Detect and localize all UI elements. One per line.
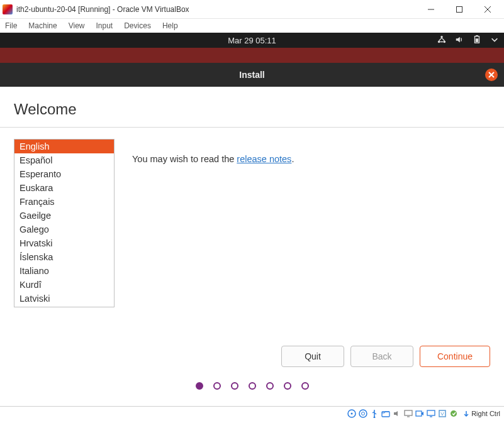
clock-label[interactable]: Mar 29 05:11 bbox=[228, 36, 276, 45]
status-hdd-icon[interactable] bbox=[347, 409, 356, 418]
status-usb-icon[interactable] bbox=[369, 409, 379, 418]
installer-close-button[interactable] bbox=[485, 69, 498, 81]
menu-devices[interactable]: Devices bbox=[124, 21, 151, 30]
status-vboxguestadditions-icon[interactable]: V bbox=[437, 409, 447, 418]
svg-point-15 bbox=[361, 412, 364, 415]
menu-view[interactable]: View bbox=[69, 21, 85, 30]
progress-dot bbox=[249, 382, 256, 390]
svg-point-5 bbox=[438, 40, 440, 43]
language-item[interactable]: English bbox=[14, 140, 114, 153]
vbox-window-title: ith2-ubuntu-20-04 [Running] - Oracle VM … bbox=[16, 5, 417, 14]
language-item[interactable]: Français bbox=[14, 195, 114, 209]
status-audio-icon[interactable] bbox=[392, 409, 401, 418]
svg-point-4 bbox=[440, 35, 443, 38]
progress-dot bbox=[196, 382, 203, 390]
system-indicators[interactable] bbox=[437, 35, 499, 46]
status-shared-folders-icon[interactable] bbox=[381, 409, 390, 418]
hostkey-indicator[interactable]: Right Ctrl bbox=[462, 410, 500, 417]
volume-icon[interactable] bbox=[455, 35, 464, 46]
progress-dot bbox=[213, 382, 221, 390]
svg-point-25 bbox=[451, 410, 457, 417]
status-optical-icon[interactable] bbox=[358, 409, 367, 418]
window-maximize-button[interactable] bbox=[445, 1, 473, 18]
status-mouse-integration-icon[interactable] bbox=[449, 409, 458, 418]
status-display-icon[interactable] bbox=[403, 409, 413, 418]
progress-dot bbox=[231, 382, 238, 390]
installer-titlebar: Install bbox=[0, 63, 504, 87]
progress-dot bbox=[301, 382, 309, 390]
vbox-statusbar: V Right Ctrl bbox=[0, 406, 504, 420]
language-item[interactable]: Español bbox=[14, 153, 114, 167]
language-item[interactable]: Galego bbox=[14, 222, 114, 236]
language-item[interactable]: Italiano bbox=[14, 264, 114, 278]
svg-text:V: V bbox=[440, 411, 444, 417]
desc-prefix: You may wish to read the bbox=[132, 154, 237, 164]
desc-suffix: . bbox=[291, 154, 294, 164]
status-recording-icon[interactable] bbox=[415, 409, 424, 418]
svg-rect-17 bbox=[382, 412, 389, 417]
battery-icon[interactable] bbox=[473, 35, 481, 46]
svg-rect-21 bbox=[427, 410, 435, 415]
progress-dots bbox=[0, 376, 504, 406]
status-display2-icon[interactable] bbox=[426, 409, 435, 418]
language-list[interactable]: EnglishEspañolEsperantoEuskaraFrançaisGa… bbox=[14, 139, 115, 307]
page-heading: Welcome bbox=[0, 87, 504, 127]
svg-rect-18 bbox=[405, 410, 412, 415]
progress-dot bbox=[284, 382, 291, 390]
progress-dot bbox=[266, 382, 274, 390]
menu-input[interactable]: Input bbox=[96, 21, 113, 30]
hostkey-label: Right Ctrl bbox=[471, 410, 500, 417]
vbox-menubar: File Machine View Input Devices Help bbox=[0, 19, 504, 33]
svg-point-13 bbox=[350, 412, 352, 414]
accent-strip bbox=[0, 48, 504, 63]
svg-point-14 bbox=[359, 410, 367, 417]
installer-body: Welcome EnglishEspañolEsperantoEuskaraFr… bbox=[0, 87, 504, 406]
vm-display: Mar 29 05:11 Install Welcome EnglishEspa… bbox=[0, 33, 504, 406]
window-close-button[interactable] bbox=[473, 1, 501, 18]
ubuntu-top-panel: Mar 29 05:11 bbox=[0, 33, 504, 48]
button-row: Quit Back Continue bbox=[0, 337, 504, 376]
language-item[interactable]: Kurdî bbox=[14, 278, 114, 292]
language-item[interactable]: Íslenska bbox=[14, 250, 114, 264]
svg-rect-20 bbox=[416, 411, 422, 416]
svg-point-16 bbox=[373, 416, 375, 418]
svg-rect-9 bbox=[476, 38, 478, 42]
svg-rect-8 bbox=[476, 35, 478, 36]
language-item[interactable]: Euskara bbox=[14, 181, 114, 195]
network-icon[interactable] bbox=[437, 35, 446, 46]
language-item[interactable]: Latviski bbox=[14, 292, 114, 305]
language-item[interactable]: Gaeilge bbox=[14, 209, 114, 222]
menu-help[interactable]: Help bbox=[162, 21, 178, 30]
language-item[interactable]: Hrvatski bbox=[14, 236, 114, 250]
chevron-down-icon[interactable] bbox=[490, 35, 499, 46]
quit-button[interactable]: Quit bbox=[281, 346, 344, 367]
description-text: You may wish to read the release notes. bbox=[132, 139, 294, 337]
menu-file[interactable]: File bbox=[5, 21, 17, 30]
release-notes-link[interactable]: release notes bbox=[237, 154, 291, 164]
svg-point-6 bbox=[444, 40, 446, 43]
vbox-titlebar: ith2-ubuntu-20-04 [Running] - Oracle VM … bbox=[0, 0, 504, 19]
window-minimize-button[interactable] bbox=[417, 1, 445, 18]
continue-button[interactable]: Continue bbox=[420, 346, 490, 367]
language-item[interactable]: Esperanto bbox=[14, 167, 114, 181]
svg-rect-1 bbox=[456, 6, 462, 12]
back-button[interactable]: Back bbox=[350, 346, 413, 367]
menu-machine[interactable]: Machine bbox=[28, 21, 57, 30]
installer-title: Install bbox=[239, 70, 264, 80]
vbox-app-icon bbox=[3, 4, 13, 14]
